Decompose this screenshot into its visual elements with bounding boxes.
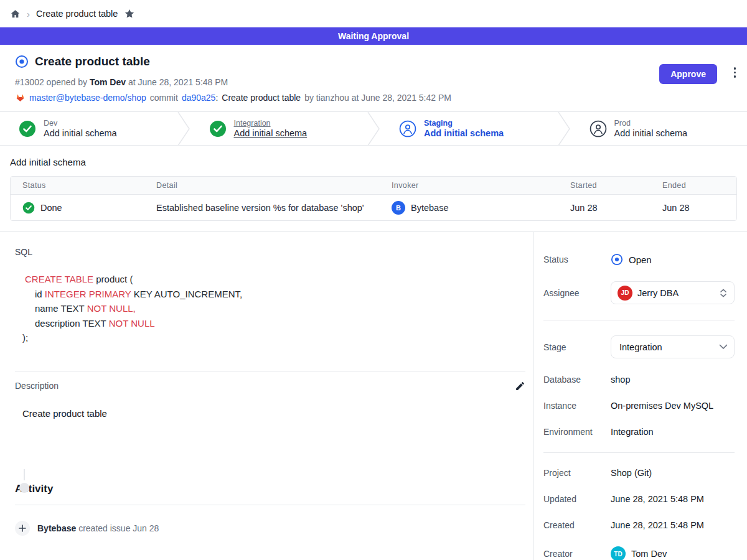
creator-name: Tom Dev — [631, 549, 667, 559]
task-table-row[interactable]: Done Established baseline version %s for… — [11, 195, 736, 220]
breadcrumb-page-title[interactable]: Create product table — [36, 9, 118, 19]
sql-keyword: NOT NULL, — [87, 303, 136, 314]
stage-pending-person-icon — [590, 120, 607, 138]
issue-opened-at: at June 28, 2021 5:48 PM — [128, 77, 228, 87]
invoker-name: Bytebase — [411, 203, 448, 213]
activity-action: created issue — [78, 523, 130, 533]
task-detail-text: Established baseline version %s for data… — [156, 203, 392, 213]
gitlab-icon — [15, 93, 26, 103]
chevron-down-icon — [719, 344, 728, 350]
task-started-date: Jun 28 — [570, 203, 662, 213]
stage-label: Stage — [543, 342, 611, 352]
project-value[interactable]: Shop (Git) — [611, 468, 735, 478]
breadcrumb-chevron-icon: › — [27, 9, 30, 19]
stage-env-label: Staging — [424, 119, 504, 128]
sql-text: id — [35, 289, 45, 299]
database-value[interactable]: shop — [611, 375, 735, 385]
database-label: Database — [543, 375, 611, 385]
activity-actor: Bytebase — [37, 523, 76, 533]
col-ended: Ended — [662, 181, 736, 190]
activity-divider — [15, 505, 525, 505]
task-section: Add initial schema Status Detail Invoker… — [0, 146, 747, 221]
issue-sidebar: Status Open Assignee JD Jerry DBA Stage — [534, 232, 747, 560]
assignee-select[interactable]: JD Jerry DBA — [611, 281, 735, 304]
description-label: Description — [15, 381, 59, 391]
sql-keyword: INTEGER PRIMARY — [45, 289, 131, 299]
sql-text: description TEXT — [35, 318, 109, 329]
home-icon[interactable] — [10, 9, 21, 19]
sidebar-divider — [543, 452, 735, 453]
vcs-commit-row: master@bytebase-demo/shop commit da90a25… — [15, 93, 732, 103]
task-status-text: Done — [40, 203, 62, 213]
description-text: Create product table — [22, 408, 525, 419]
col-invoker: Invoker — [392, 181, 570, 190]
task-section-heading: Add initial schema — [10, 157, 737, 167]
created-label: Created — [543, 520, 611, 530]
stage-dev[interactable]: Dev Add initial schema — [0, 112, 177, 145]
stage-env-label: Prod — [614, 119, 688, 128]
vcs-branch-link[interactable]: master@bytebase-demo/shop — [29, 93, 146, 103]
activity-create-plus-icon — [15, 521, 30, 536]
environment-value[interactable]: Integration — [611, 427, 735, 437]
activity-item: Bytebase created issue Jun 28 — [15, 521, 525, 536]
pipeline-stages: Dev Add initial schema Integration Add i… — [0, 111, 747, 146]
task-done-icon — [22, 202, 35, 214]
stage-select[interactable]: Integration — [611, 335, 735, 358]
sql-label: SQL — [15, 247, 525, 257]
assignee-name: Jerry DBA — [637, 288, 714, 298]
stage-done-icon — [209, 120, 227, 138]
creator-avatar: TD — [611, 546, 626, 560]
more-actions-kebab-icon[interactable] — [734, 67, 736, 78]
activity-timeline-next-node — [19, 483, 29, 493]
sql-text: name TEXT — [35, 303, 87, 314]
status-banner: Waiting Approval — [0, 27, 747, 45]
updated-label: Updated — [543, 494, 611, 504]
commit-hash-link[interactable]: da90a25 — [182, 93, 216, 103]
task-table: Status Detail Invoker Started Ended Done… — [10, 176, 737, 221]
edit-description-pencil-icon[interactable] — [515, 381, 525, 391]
stage-env-label[interactable]: Integration — [234, 119, 308, 128]
up-down-chevrons-icon — [719, 288, 728, 298]
stage-separator-icon — [557, 112, 571, 146]
stage-value: Integration — [618, 342, 714, 352]
instance-value[interactable]: On-premises Dev MySQL — [611, 401, 735, 411]
commit-word: commit — [150, 93, 178, 103]
created-value: June 28, 2021 5:48 PM — [611, 520, 735, 530]
col-status: Status — [22, 181, 156, 190]
stage-separator-icon — [367, 112, 380, 146]
sql-text: product ( — [93, 274, 133, 284]
sql-text: ); — [22, 332, 28, 343]
stage-env-label: Dev — [44, 119, 117, 128]
project-label: Project — [543, 468, 611, 478]
assignee-avatar: JD — [618, 286, 632, 301]
issue-open-icon — [15, 55, 29, 68]
issue-detail-main: SQL CREATE TABLE product ( id INTEGER PR… — [0, 232, 534, 560]
activity-heading: Activity — [15, 483, 525, 495]
updated-value: June 28, 2021 5:48 PM — [611, 494, 735, 504]
stage-integration[interactable]: Integration Add initial schema — [190, 112, 367, 145]
invoker-avatar: B — [392, 201, 405, 215]
commit-meta: by tianzhou at June 28, 2021 5:42 PM — [304, 93, 451, 103]
description-divider — [15, 371, 525, 371]
stage-task-label: Add initial schema — [44, 128, 117, 138]
col-detail: Detail — [156, 181, 392, 190]
status-value: Open — [629, 254, 652, 265]
colon: : — [215, 93, 218, 103]
sidebar-divider — [543, 320, 735, 320]
sql-keyword: CREATE TABLE — [25, 274, 93, 284]
status-banner-text: Waiting Approval — [338, 31, 409, 41]
favorite-star-icon[interactable] — [124, 8, 135, 19]
status-label: Status — [543, 254, 611, 264]
issue-author: Tom Dev — [90, 77, 126, 87]
environment-label: Environment — [543, 427, 611, 437]
task-ended-date: Jun 28 — [662, 203, 736, 213]
issue-meta: #13002 opened by Tom Dev at June 28, 202… — [15, 77, 732, 87]
issue-header: Create product table #13002 opened by To… — [0, 45, 747, 111]
approve-button[interactable]: Approve — [659, 64, 717, 84]
stage-task-label[interactable]: Add initial schema — [234, 128, 308, 138]
stage-staging[interactable]: Staging Add initial schema — [380, 112, 557, 145]
stage-pending-person-icon — [399, 120, 416, 138]
stage-prod[interactable]: Prod Add initial schema — [571, 112, 747, 145]
col-started: Started — [570, 181, 662, 190]
stage-task-label: Add initial schema — [424, 128, 504, 138]
